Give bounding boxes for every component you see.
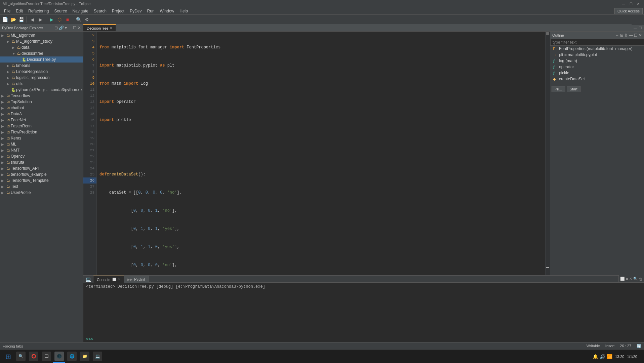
- expand-arrow[interactable]: ▼: [12, 52, 16, 55]
- expand-arrow[interactable]: ▶: [7, 40, 11, 43]
- menu-pydev[interactable]: PyDev: [127, 8, 144, 14]
- tree-item-tensorflow-example[interactable]: ▶ 🗂 tensorflow_example: [0, 171, 83, 177]
- outline-prev-button[interactable]: Pri...: [552, 86, 565, 92]
- taskbar-cortana[interactable]: ⭕: [28, 351, 40, 363]
- start-button[interactable]: ⊞: [3, 351, 13, 362]
- tree-item-utils[interactable]: ▶ 🗂 utils: [0, 81, 83, 87]
- expand-arrow[interactable]: ▶: [1, 94, 5, 98]
- menu-help[interactable]: Help: [177, 8, 191, 14]
- close-panel-icon[interactable]: ✕: [78, 26, 81, 30]
- taskbar-chrome[interactable]: 🌐: [66, 351, 78, 363]
- console-toolbar-icon1[interactable]: ⬜: [620, 277, 625, 281]
- expand-arrow[interactable]: ▶: [1, 155, 5, 158]
- tree-item-flowprediction[interactable]: ▶ 🗂 FlowPrediction: [0, 129, 83, 135]
- menu-edit[interactable]: Edit: [13, 8, 26, 14]
- expand-arrow[interactable]: ▶: [1, 185, 5, 189]
- taskbar-eclipse[interactable]: 🌑: [53, 351, 65, 363]
- quick-access-button[interactable]: Quick Access: [614, 8, 643, 14]
- tree-item-chatbot[interactable]: ▶ 🗂 chatbot: [0, 105, 83, 111]
- tree-item-logreg[interactable]: ▶ 🗂 logistic_regression: [0, 75, 83, 81]
- expand-arrow[interactable]: ▶: [1, 34, 5, 37]
- outline-close-icon[interactable]: ✕: [639, 33, 642, 38]
- tree-item-opencv[interactable]: ▶ 🗂 Opencv: [0, 153, 83, 159]
- view-menu-icon[interactable]: ▾: [65, 26, 67, 30]
- toolbar-stop[interactable]: ■: [64, 16, 71, 23]
- editor-vertical-scrollbar[interactable]: [545, 32, 550, 275]
- menu-refactoring[interactable]: Refactoring: [26, 8, 51, 14]
- maximize-button[interactable]: ☐: [628, 1, 634, 7]
- expand-arrow[interactable]: ▶: [1, 167, 5, 170]
- expand-arrow[interactable]: ▶: [7, 76, 11, 80]
- expand-arrow[interactable]: ▶: [1, 143, 5, 146]
- tree-item-tensorflow-template[interactable]: ▶ 🗂 Tensorflow_Template: [0, 177, 83, 184]
- tree-item-decisiontree[interactable]: ▼ 🗂 decisiontree: [0, 50, 83, 56]
- expand-arrow[interactable]: ▶: [7, 82, 11, 86]
- tree-item-facenet[interactable]: ▶ 🗂 FaceNet: [0, 117, 83, 123]
- toolbar-open[interactable]: 📂: [9, 16, 17, 23]
- expand-arrow[interactable]: ▶: [1, 100, 5, 104]
- expand-arrow[interactable]: ▶: [1, 124, 5, 128]
- tree-item-decisiontree-py[interactable]: 🐍 DecisionTree.py: [0, 56, 83, 63]
- outline-item-createdataset[interactable]: ◆ createDataSet: [550, 76, 644, 82]
- taskbar-explorer[interactable]: 📁: [79, 351, 91, 363]
- expand-arrow[interactable]: ▶: [1, 179, 5, 183]
- maximize-panel-icon[interactable]: ☐: [73, 26, 77, 30]
- tab-close-icon[interactable]: ✕: [110, 26, 112, 30]
- outline-item-pickle[interactable]: ƒ pickle: [550, 70, 644, 76]
- tree-item-dataa[interactable]: ▶ 🗂 DataA: [0, 111, 83, 117]
- console-tab-pyunit[interactable]: ▶▶ PyUnit: [124, 276, 149, 283]
- tree-item-ml[interactable]: ▶ 🗂 ML: [0, 141, 83, 147]
- tree-item-topsolution[interactable]: ▶ 🗂 TopSolution: [0, 99, 83, 105]
- outline-start-button[interactable]: Start: [567, 86, 580, 92]
- outline-sort-icon[interactable]: ⇅: [625, 33, 628, 38]
- expand-arrow[interactable]: ▶: [1, 130, 5, 134]
- expand-arrow[interactable]: ▶: [1, 118, 5, 122]
- console-toolbar-icon4[interactable]: 🔍: [633, 277, 638, 281]
- tree-item-shurufa[interactable]: ▶ 🗂 shurufa: [0, 159, 83, 165]
- tree-item-linearreg[interactable]: ▶ 🗂 LinearRegression: [0, 69, 83, 75]
- show-desktop[interactable]: [640, 352, 641, 362]
- expand-arrow[interactable]: ▶: [1, 106, 5, 110]
- tree-item-ml-algorithm[interactable]: ▶ 🗂 ML_algorithm: [0, 32, 83, 38]
- expand-arrow[interactable]: ▶: [1, 173, 5, 176]
- editor-min-icon[interactable]: —: [634, 26, 637, 30]
- tree-item-test[interactable]: ▶ 🗂 Test: [0, 184, 83, 190]
- toolbar-settings[interactable]: ⚙: [83, 16, 90, 23]
- console-tab-close[interactable]: ✕: [118, 278, 120, 281]
- close-button[interactable]: ✕: [635, 1, 641, 7]
- toolbar-prev[interactable]: ◀: [29, 16, 36, 23]
- collapse-all-icon[interactable]: ⊟: [54, 26, 58, 30]
- minimize-button[interactable]: —: [620, 1, 627, 7]
- tree-item-python[interactable]: 🐍 python (e:\Progr ... conda3\python.exe…: [0, 87, 83, 93]
- expand-arrow[interactable]: ▶: [12, 46, 16, 49]
- editor-content-area[interactable]: 2 3 4 5 6 7 8 9 10 11 12 13 14: [83, 32, 550, 275]
- tree-item-tensorflow[interactable]: ▶ 🗂 Tensorflow: [0, 93, 83, 99]
- outline-item-log[interactable]: ƒ log (math): [550, 58, 644, 64]
- menu-project[interactable]: Project: [109, 8, 127, 14]
- link-editor-icon[interactable]: 🔗: [59, 26, 64, 30]
- outline-item-fontproperties[interactable]: F FontProperties (matplotlib.font_manage…: [550, 46, 644, 52]
- code-content[interactable]: from matplotlib.font_manager import Font…: [97, 32, 545, 275]
- menu-search[interactable]: Search: [91, 8, 109, 14]
- expand-arrow[interactable]: ▶: [1, 112, 5, 116]
- toolbar-next[interactable]: ▶: [37, 16, 44, 23]
- outline-item-plt[interactable]: → plt = matplotlib.pyplot: [550, 52, 644, 58]
- tree-item-kmeans[interactable]: ▶ 🗂 kmeans: [0, 63, 83, 69]
- console-clear-icon[interactable]: 🗑: [639, 277, 643, 281]
- menu-window[interactable]: Window: [157, 8, 177, 14]
- toolbar-debug[interactable]: ⬡: [56, 16, 63, 23]
- expand-arrow[interactable]: ▶: [1, 136, 5, 140]
- menu-file[interactable]: File: [1, 8, 13, 14]
- tab-decisiontree[interactable]: DecisionTree ✕: [83, 24, 116, 31]
- taskbar-terminal[interactable]: 💻: [91, 351, 104, 363]
- editor-max-icon[interactable]: ☐: [639, 26, 642, 30]
- tree-item-keras[interactable]: ▶ 🗂 Keras: [0, 135, 83, 141]
- outline-filter-input[interactable]: [550, 39, 644, 46]
- console-toolbar-icon3[interactable]: ✕: [629, 277, 632, 281]
- tree-item-fasterrcnn[interactable]: ▶ 🗂 FasterRcnn: [0, 123, 83, 129]
- menu-run[interactable]: Run: [145, 8, 157, 14]
- menu-source[interactable]: Source: [51, 8, 70, 14]
- toolbar-save[interactable]: 💾: [17, 16, 25, 23]
- tree-item-tensorflow-api[interactable]: ▶ 🗂 Tensorflow_API: [0, 165, 83, 171]
- tree-item-ml-study[interactable]: ▶ 🗂 ML_algorithm_study: [0, 38, 83, 44]
